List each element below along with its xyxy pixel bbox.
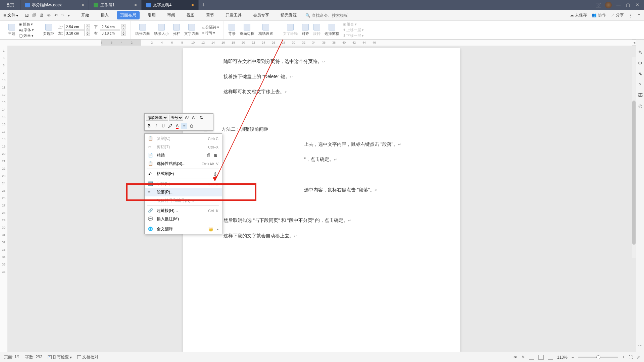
format-painter-side-icon[interactable]: ⎙ [214, 172, 218, 176]
doc-line[interactable] [224, 101, 420, 121]
tab-developer[interactable]: 开发工具 [222, 11, 245, 19]
tab-doc-2[interactable]: 文字文稿4 [142, 0, 199, 10]
unsaved-button[interactable]: ☁ 未保存 [570, 12, 587, 18]
cm-bullets[interactable]: ⋮⋮项目符号和编号(N)... [145, 196, 222, 205]
margin-bottom-input[interactable] [100, 24, 120, 30]
avatar[interactable] [605, 2, 612, 8]
italic-button[interactable]: I [153, 123, 159, 129]
doc-line[interactable]: 接着按下键盘上的 "Delete" 键。↵ [224, 70, 420, 83]
font-color-button[interactable]: A [174, 123, 180, 129]
tab-references[interactable]: 引用 [144, 11, 159, 19]
zoom-in-button[interactable]: + [622, 355, 625, 360]
linenum-button[interactable]: ≡ 行号▾ [202, 31, 219, 36]
scrollbar-thumb[interactable] [632, 101, 636, 245]
font-button[interactable]: Aa 字体▾ [19, 27, 34, 33]
cm-hyperlink[interactable]: 🔗超链接(H)...Ctrl+K [145, 206, 222, 215]
decrease-font-button[interactable]: A⁻ [191, 115, 197, 121]
undo-icon[interactable]: ↶ [54, 13, 58, 18]
more-icon[interactable]: ⋯ [638, 343, 643, 348]
vertical-scrollbar[interactable] [632, 57, 636, 258]
border-button[interactable]: 页面边框 [238, 24, 256, 36]
doc-line[interactable]: 这样即可将文档文字移上去。↵ [224, 85, 420, 98]
spinner[interactable]: ▴▾ [86, 31, 90, 36]
cm-paste[interactable]: 📄粘贴🗐🗎 [145, 151, 222, 160]
zoom-out-button[interactable]: − [572, 355, 574, 360]
eye-icon[interactable]: 👁 [513, 355, 517, 360]
maximize-button[interactable]: ▢ [625, 2, 631, 8]
pen-icon[interactable]: ✎ [522, 355, 525, 360]
bold-button[interactable]: B [146, 123, 152, 129]
share-button[interactable]: ↗ 分享 [611, 12, 624, 18]
redo-icon[interactable]: ↷ [61, 13, 64, 18]
doc-line-title[interactable]: ▤ ▾方法二：调整段前间距 [203, 123, 400, 136]
paste-keep-format-icon[interactable]: 🗐 [206, 153, 211, 158]
cm-format-painter[interactable]: 🖌格式刷(F)⎙ [145, 170, 222, 178]
cm-translate[interactable]: 🌐全文翻译👑▸ [145, 225, 222, 233]
page-indicator[interactable]: 页面: 1/1 [4, 354, 20, 360]
tab-resources[interactable]: 稻壳资源 [277, 11, 300, 19]
cm-font[interactable]: 🔤字体(F)...Ctrl+D [145, 180, 222, 188]
hamburger-icon[interactable]: ≡ [3, 13, 6, 18]
doc-line[interactable]: 这样下段的文字就会自动移上去。↵ [224, 229, 420, 242]
doc-line[interactable] [224, 168, 420, 181]
cm-copy[interactable]: 📋复制(C)Ctrl+C [145, 134, 222, 143]
orientation-button[interactable]: 纸张方向 [133, 24, 152, 36]
tab-member[interactable]: 会员专享 [250, 11, 273, 19]
font-size-select[interactable]: 五号 [169, 115, 183, 121]
window-count-badge[interactable]: 3 [596, 3, 601, 7]
close-button[interactable]: ✕ [635, 2, 640, 8]
align-button[interactable]: 对齐 [300, 24, 311, 36]
doc-line[interactable]: 选中内容，鼠标右键点击 "段落"。↵ [224, 183, 420, 196]
zoom-thumb[interactable] [596, 355, 600, 359]
margin-top-input[interactable] [64, 24, 85, 30]
tab-start[interactable]: 开始 [78, 11, 93, 19]
format-painter-button[interactable]: ⎙ [188, 123, 194, 129]
tab-close-dot[interactable] [135, 4, 137, 6]
columns-button[interactable]: 分栏 [171, 24, 182, 36]
background-button[interactable]: 背景 [226, 24, 238, 36]
theme-button[interactable]: 主题 [6, 24, 17, 36]
help-icon[interactable]: ? [639, 82, 642, 87]
more-icon[interactable]: ⋮ [629, 13, 633, 18]
tab-section[interactable]: 章节 [203, 11, 217, 19]
tab-view[interactable]: 视图 [183, 11, 198, 19]
print-preview-icon[interactable]: 👁 [47, 13, 51, 18]
vertical-ruler[interactable]: L689101112131415161718192021222324252627… [0, 46, 7, 352]
image-icon[interactable]: 🖼 [638, 93, 643, 98]
selection-pane-button[interactable]: 选择窗格 [323, 24, 341, 36]
margin-left-input[interactable] [64, 30, 85, 36]
tab-add-button[interactable]: + [199, 2, 209, 9]
cm-comment[interactable]: 💬插入批注(M) [145, 215, 222, 223]
spinner[interactable]: ▴▾ [121, 24, 126, 29]
margin-right-input[interactable] [100, 30, 120, 36]
cm-paragraph[interactable]: ≡段落(P)... [145, 188, 222, 196]
tab-review[interactable]: 审阅 [164, 11, 179, 19]
paste-text-icon[interactable]: 🗎 [214, 153, 218, 158]
underline-button[interactable]: U [160, 123, 166, 129]
fullscreen-icon[interactable]: ⤢ [637, 355, 640, 360]
settings-icon[interactable]: ⚙ [638, 60, 642, 66]
proofread-toggle[interactable]: 文档校对 [77, 354, 98, 360]
search-input[interactable] [312, 13, 349, 18]
pencil-icon[interactable]: ✎ [638, 50, 642, 55]
effect-button[interactable]: ◯ 效果▾ [19, 33, 34, 38]
size-button[interactable]: 纸张大小 [152, 24, 171, 36]
file-menu[interactable]: 文件▾ [7, 12, 18, 18]
horizontal-ruler[interactable]: 8642246810121416182022242628303234363840… [0, 40, 644, 46]
tab-home[interactable]: 首页 [0, 0, 20, 10]
breaks-button[interactable]: ⎁ 分隔符▾ [202, 25, 219, 30]
cm-paste-special[interactable]: 📋选择性粘贴(S)...Ctrl+Alt+V [145, 160, 222, 168]
align-button[interactable]: ≡ [181, 123, 187, 129]
view-print-layout[interactable] [529, 355, 534, 360]
doc-line[interactable] [224, 198, 420, 212]
zoom-slider[interactable] [578, 357, 618, 358]
document-page[interactable]: 随即可在文档中看到分页符，选中这个分页符。↵ 接着按下键盘上的 "Delete"… [183, 48, 460, 352]
highlight-button[interactable]: 🖍 [167, 123, 173, 129]
doc-line[interactable]: 随即可在文档中看到分页符，选中这个分页符。↵ [224, 55, 420, 68]
tab-doc-0[interactable]: 零分猫脚本.docx [20, 0, 89, 10]
color-button[interactable]: ◉ 颜色▾ [19, 22, 34, 27]
tab-insert[interactable]: 插入 [97, 11, 112, 19]
zoom-level[interactable]: 110% [557, 355, 567, 360]
target-icon[interactable]: ◎ [638, 103, 642, 109]
doc-line[interactable]: "，点击确定。↵ [224, 153, 420, 166]
